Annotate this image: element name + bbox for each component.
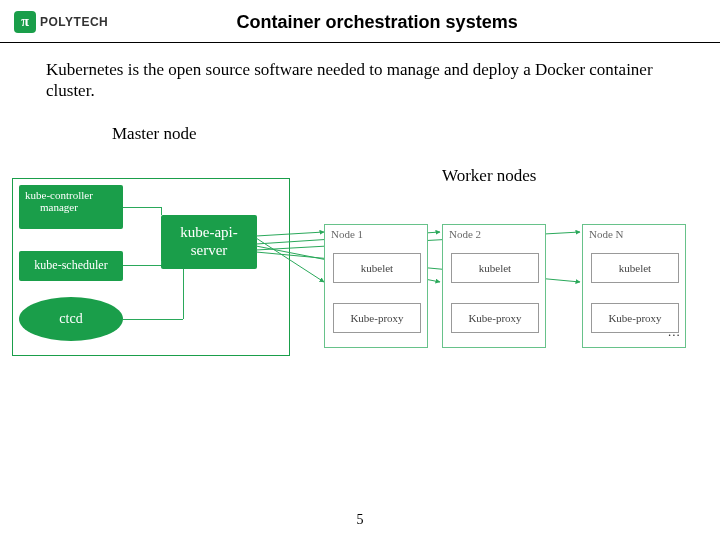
kube-proxy-box: Kube-proxy: [591, 303, 679, 333]
worker-nodes-group: Node 1 kubelet Kube-proxy Node 2 kubelet…: [324, 224, 696, 354]
page-number: 5: [0, 512, 720, 528]
node-title: Node 1: [325, 225, 427, 240]
node-title: Node 2: [443, 225, 545, 240]
kubelet-box: kubelet: [591, 253, 679, 283]
kube-api-server-box: kube-api- server: [161, 215, 257, 269]
master-node-box: kube-controller manager kube-scheduler c…: [12, 178, 290, 356]
master-node-label: Master node: [112, 124, 197, 144]
intro-paragraph: Kubernetes is the open source software n…: [0, 43, 720, 102]
kube-controller-manager-box: kube-controller manager: [19, 185, 123, 229]
node-title: Node N: [583, 225, 685, 240]
kube-proxy-box: Kube-proxy: [451, 303, 539, 333]
logo-badge-icon: π: [14, 11, 36, 33]
section-labels: Master node Worker nodes: [0, 102, 720, 172]
kube-scheduler-box: kube-scheduler: [19, 251, 123, 281]
kube-proxy-box: Kube-proxy: [333, 303, 421, 333]
architecture-diagram: kube-controller manager kube-scheduler c…: [10, 172, 710, 392]
kubelet-box: kubelet: [333, 253, 421, 283]
worker-node-1: Node 1 kubelet Kube-proxy: [324, 224, 428, 348]
worker-node-2: Node 2 kubelet Kube-proxy: [442, 224, 546, 348]
logo-text: POLYTECH: [40, 15, 108, 29]
ellipsis: ...: [668, 324, 681, 340]
header: π POLYTECH Container orchestration syste…: [0, 0, 720, 42]
kubelet-box: kubelet: [451, 253, 539, 283]
page-title: Container orchestration systems: [108, 12, 706, 33]
etcd-ellipse: ctcd: [19, 297, 123, 341]
logo: π POLYTECH: [14, 11, 108, 33]
